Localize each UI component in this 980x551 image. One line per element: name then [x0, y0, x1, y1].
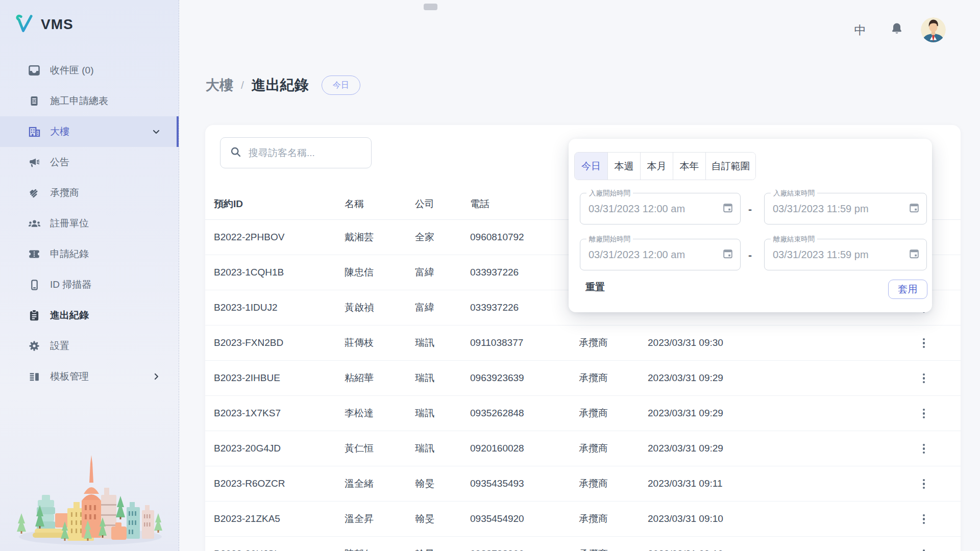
- breadcrumb: 大樓 / 進出紀錄 今日: [206, 76, 360, 95]
- calendar-icon[interactable]: [722, 248, 733, 261]
- entry-start-time-input[interactable]: [589, 193, 713, 224]
- table-row: B2023-2IHBUE粘紹華瑞訊0963923639承攬商2023/03/31…: [205, 360, 961, 395]
- sidebar-item-announcements[interactable]: 公告: [0, 147, 179, 178]
- sidebar-item-registered-units[interactable]: 註冊單位: [0, 208, 179, 239]
- cell-phone: 033937226: [470, 290, 579, 325]
- tab-this-year[interactable]: 本年: [673, 153, 705, 180]
- tab-custom-range[interactable]: 自訂範圍: [705, 153, 755, 180]
- entry-end-time-input[interactable]: [773, 193, 899, 224]
- page-title: 進出紀錄: [252, 76, 309, 95]
- entry-end-time-field: 入廠結束時間: [764, 193, 927, 224]
- row-menu-button[interactable]: [915, 368, 933, 389]
- cell-phone: 0935262848: [470, 395, 579, 431]
- row-menu-button[interactable]: [915, 509, 933, 530]
- notification-bell-icon[interactable]: [890, 21, 904, 38]
- sidebar-item-inbox[interactable]: 收件匣 (0): [0, 55, 179, 86]
- cell-reservation-id: B2023-20G4JD: [205, 431, 345, 466]
- date-filter-popup: 今日 本週 本月 本年 自訂範圍 入廠開始時間 - 入廠結束時間 離廠開始時間: [569, 139, 932, 312]
- column-header-reservation-id: 預約ID: [205, 189, 345, 219]
- cell-reservation-id: B2023-26HJSL: [205, 536, 345, 551]
- search-icon: [230, 146, 242, 160]
- exit-start-time-input[interactable]: [589, 239, 713, 270]
- active-indicator: [177, 116, 179, 147]
- table-row: B2023-FXN2BD莊傳枝瑞訊0911038377承攬商2023/03/31…: [205, 325, 961, 360]
- exit-end-time-input[interactable]: [773, 239, 899, 270]
- sidebar-item-id-scanner[interactable]: ID 掃描器: [0, 269, 179, 300]
- sidebar-item-building[interactable]: 大樓: [0, 116, 179, 147]
- row-menu-button[interactable]: [915, 404, 933, 424]
- range-separator: -: [748, 203, 752, 215]
- chevron-right-icon: [151, 371, 161, 382]
- table-row: B2023-R6OZCR溫全緒翰旻0935435493承攬商2023/03/31…: [205, 466, 961, 501]
- cell-name: 溫全昇: [345, 501, 415, 536]
- calendar-icon[interactable]: [909, 248, 920, 261]
- row-menu-button[interactable]: [915, 439, 933, 459]
- sidebar-item-template-management[interactable]: 模板管理: [0, 361, 179, 392]
- cell-name: 陳忠信: [345, 255, 415, 290]
- cell-type: 承攬商: [579, 536, 648, 551]
- cell-name: 戴湘芸: [345, 219, 415, 255]
- gear-icon: [27, 339, 42, 353]
- language-toggle[interactable]: 中: [850, 22, 870, 38]
- row-menu-button[interactable]: [915, 333, 933, 354]
- sidebar-item-label: 進出紀錄: [50, 309, 89, 322]
- cell-name: 溫全緒: [345, 466, 415, 501]
- sidebar-item-contractors[interactable]: 承攬商: [0, 178, 179, 208]
- megaphone-icon: [27, 156, 42, 169]
- sidebar-item-label: 承攬商: [50, 186, 79, 199]
- cell-phone: 0988788906: [470, 536, 579, 551]
- cell-reservation-id: B2023-1IDUJ2: [205, 290, 345, 325]
- cell-time: 2023/03/31 09:29: [648, 431, 903, 466]
- tab-today[interactable]: 今日: [575, 153, 607, 180]
- apply-button[interactable]: 套用: [888, 280, 927, 299]
- search-input[interactable]: [249, 147, 362, 159]
- range-separator: -: [748, 249, 752, 261]
- people-group-icon: [27, 217, 42, 231]
- tab-this-month[interactable]: 本月: [640, 153, 673, 180]
- sidebar-item-settings[interactable]: 設置: [0, 331, 179, 361]
- sidebar-item-label: 公告: [50, 156, 69, 169]
- cell-time: 2023/03/31 09:10: [648, 501, 903, 536]
- cell-company: 瑞訊: [415, 395, 470, 431]
- sidebar-item-construction-applications[interactable]: 施工申請總表: [0, 86, 179, 116]
- exit-end-time-field: 離廠結束時間: [764, 239, 927, 270]
- cell-time: 2023/03/31 09:29: [648, 395, 903, 431]
- vms-app-screen: VMS 收件匣 (0) 施工申請總表: [0, 0, 980, 551]
- column-header-phone: 電話: [470, 189, 579, 219]
- sidebar-item-label: 大樓: [50, 125, 69, 138]
- reset-button[interactable]: 重置: [585, 281, 605, 294]
- cell-company: 翰旻: [415, 536, 470, 551]
- breadcrumb-separator: /: [241, 79, 244, 91]
- cell-name: 陳郁仁: [345, 536, 415, 551]
- inbox-icon: [27, 64, 42, 77]
- cell-phone: 0963923639: [470, 360, 579, 395]
- table-row: B2023-20G4JD黃仁恒瑞訊0920160028承攬商2023/03/31…: [205, 431, 961, 466]
- cell-company: 瑞訊: [415, 325, 470, 360]
- date-range-tabs: 今日 本週 本月 本年 自訂範圍: [574, 152, 756, 180]
- app-logo: VMS: [14, 13, 74, 36]
- cell-company: 全家: [415, 219, 470, 255]
- row-menu-button[interactable]: [915, 474, 933, 494]
- sidebar-item-label: 收件匣 (0): [50, 64, 94, 77]
- breadcrumb-parent[interactable]: 大樓: [206, 76, 233, 94]
- sidebar-item-access-records[interactable]: 進出紀錄: [0, 300, 179, 331]
- calendar-icon[interactable]: [722, 202, 733, 215]
- construction-form-icon: [27, 95, 42, 107]
- cell-type: 承攬商: [579, 360, 648, 395]
- cell-phone: 0920160028: [470, 431, 579, 466]
- tab-this-week[interactable]: 本週: [607, 153, 640, 180]
- cell-type: 承攬商: [579, 501, 648, 536]
- app-title: VMS: [41, 16, 74, 33]
- cell-phone: 0960810792: [470, 219, 579, 255]
- cell-reservation-id: B2023-FXN2BD: [205, 325, 345, 360]
- row-menu-button[interactable]: [915, 544, 933, 551]
- sidebar-item-application-records[interactable]: 申請紀錄: [0, 239, 179, 269]
- user-avatar[interactable]: [921, 17, 946, 42]
- calendar-icon[interactable]: [909, 202, 920, 215]
- cell-reservation-id: B2023-R6OZCR: [205, 466, 345, 501]
- sidebar: VMS 收件匣 (0) 施工申請總表: [0, 0, 179, 551]
- exit-start-time-field: 離廠開始時間: [580, 239, 741, 270]
- handshake-icon: [27, 187, 42, 199]
- cell-time: 2023/03/31 09:10: [648, 536, 903, 551]
- cell-name: 李松達: [345, 395, 415, 431]
